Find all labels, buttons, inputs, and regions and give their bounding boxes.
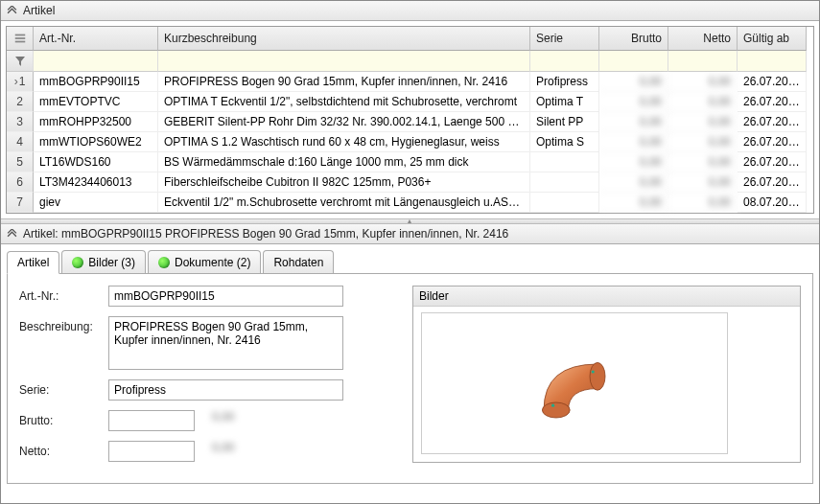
cell-serie: Silent PP: [530, 112, 599, 132]
filter-gueltig[interactable]: [738, 51, 807, 72]
table-row[interactable]: 5LT16WDS160BS Wärmedämmschale d:160 Läng…: [7, 152, 813, 172]
tab-artikel[interactable]: Artikel: [7, 251, 59, 274]
cell-gueltig: 26.07.2022: [738, 132, 807, 152]
status-dot-icon: [158, 257, 170, 268]
cell-brutto: 0,00: [599, 172, 668, 193]
svg-rect-2: [14, 41, 25, 43]
cell-artnr: mmROHPP32500: [34, 112, 158, 132]
product-image-icon: [498, 326, 651, 441]
tab-dokumente-label: Dokumente (2): [175, 256, 250, 269]
detail-title: Artikel: mmBOGPRP90II15 PROFIPRESS Bogen…: [23, 227, 508, 241]
svg-point-3: [542, 402, 570, 418]
panel-title: Artikel: [23, 4, 55, 17]
filter-kurz[interactable]: [158, 51, 530, 72]
label-artnr: Art.-Nr.:: [19, 286, 101, 303]
panel-header-artikel: Artikel: [1, 1, 819, 21]
cell-artnr: mmBOGPRP90II15: [34, 72, 158, 92]
cell-brutto: 0,00: [599, 112, 668, 132]
input-netto[interactable]: [108, 441, 195, 462]
tab-bilder[interactable]: Bilder (3): [61, 250, 146, 273]
grid-body: 1mmBOGPRP90II15PROFIPRESS Bogen 90 Grad …: [7, 72, 813, 213]
col-serie[interactable]: Serie: [530, 27, 599, 51]
table-row[interactable]: 4mmWTIOPS60WE2OPTIMA S 1.2 Waschtisch ru…: [7, 132, 813, 152]
filter-artnr[interactable]: [34, 51, 158, 72]
chevron-up-icon[interactable]: [7, 6, 17, 16]
cell-netto: 0,00: [668, 193, 738, 213]
svg-point-6: [592, 370, 595, 373]
table-row[interactable]: 7gievEckventil 1/2" m.Schubrosette verch…: [7, 193, 813, 213]
chevron-up-icon[interactable]: [7, 229, 17, 240]
table-row[interactable]: 1mmBOGPRP90II15PROFIPRESS Bogen 90 Grad …: [7, 72, 813, 92]
label-netto: Netto:: [19, 441, 101, 458]
value-netto-display: 0,00: [212, 441, 234, 454]
col-artnr[interactable]: Art.-Nr.: [34, 27, 158, 51]
row-number: 1: [7, 72, 34, 92]
cell-kurz: OPTIMA T Eckventil 1/2", selbstdichtend …: [158, 92, 530, 112]
status-dot-icon: [72, 257, 83, 268]
tab-rohdaten-label: Rohdaten: [273, 256, 323, 269]
input-brutto[interactable]: [108, 410, 195, 431]
label-serie: Serie:: [19, 379, 101, 397]
row-number: 4: [7, 132, 34, 152]
table-row[interactable]: 3mmROHPP32500GEBERIT Silent-PP Rohr Dim …: [7, 112, 813, 132]
input-artnr[interactable]: [108, 286, 343, 307]
tab-artikel-label: Artikel: [17, 256, 49, 269]
value-brutto-display: 0,00: [212, 410, 234, 424]
svg-point-4: [590, 362, 605, 390]
cell-gueltig: 26.07.2022: [738, 72, 807, 92]
detail-tabs: Artikel Bilder (3) Dokumente (2) Rohdate…: [7, 250, 813, 273]
filter-netto[interactable]: [668, 51, 738, 72]
cell-gueltig: 08.07.2022: [738, 193, 807, 213]
row-selector-header[interactable]: [7, 27, 34, 51]
cell-kurz: Eckventil 1/2" m.Schubrosette verchromt …: [158, 193, 530, 213]
cell-gueltig: 26.07.2022: [738, 112, 807, 132]
label-beschreibung: Beschreibung:: [19, 316, 101, 333]
col-gueltig[interactable]: Gültig ab: [738, 27, 807, 51]
filter-serie[interactable]: [530, 51, 599, 72]
tab-rohdaten[interactable]: Rohdaten: [263, 250, 334, 273]
cell-gueltig: 26.07.2022: [738, 92, 807, 112]
input-serie[interactable]: [108, 379, 343, 401]
tab-body-artikel: Art.-Nr.: Beschreibung: Serie: Brutto: 0…: [7, 273, 813, 484]
image-preview[interactable]: [421, 312, 728, 454]
cell-brutto: 0,00: [599, 72, 668, 92]
detail-images: Bilder: [412, 286, 801, 471]
cell-serie: [530, 172, 599, 193]
tab-bilder-label: Bilder (3): [88, 256, 135, 269]
cell-brutto: 0,00: [599, 132, 668, 152]
detail-form: Art.-Nr.: Beschreibung: Serie: Brutto: 0…: [19, 286, 384, 471]
table-row[interactable]: 2mmEVTOPTVCOPTIMA T Eckventil 1/2", selb…: [7, 92, 813, 112]
cell-netto: 0,00: [668, 72, 738, 92]
col-brutto[interactable]: Brutto: [599, 27, 668, 51]
cell-kurz: PROFIPRESS Bogen 90 Grad 15mm, Kupfer in…: [158, 72, 530, 92]
funnel-icon[interactable]: [7, 51, 34, 72]
article-grid: Art.-Nr. Kurzbeschreibung Serie Brutto N…: [6, 26, 814, 214]
cell-gueltig: 26.07.2022: [738, 152, 807, 172]
row-number: 2: [7, 92, 34, 112]
cell-artnr: mmEVTOPTVC: [34, 92, 158, 112]
filter-brutto[interactable]: [599, 51, 668, 72]
cell-kurz: BS Wärmedämmschale d:160 Länge 1000 mm, …: [158, 152, 530, 172]
col-netto[interactable]: Netto: [668, 27, 738, 51]
images-group-title: Bilder: [413, 286, 800, 307]
cell-brutto: 0,00: [599, 193, 668, 213]
cell-serie: Profipress: [530, 72, 599, 92]
cell-gueltig: 26.07.2022: [738, 172, 807, 193]
tab-dokumente[interactable]: Dokumente (2): [148, 250, 261, 273]
cell-kurz: GEBERIT Silent-PP Rohr Dim 32/32 Nr. 390…: [158, 112, 530, 132]
textarea-beschreibung[interactable]: [108, 316, 343, 370]
cell-netto: 0,00: [668, 132, 738, 152]
row-number: 7: [7, 193, 34, 213]
col-kurz[interactable]: Kurzbeschreibung: [158, 27, 530, 51]
table-row[interactable]: 6LT3M4234406013Fiberschleifscheibe Cubit…: [7, 172, 813, 193]
cell-netto: 0,00: [668, 152, 738, 172]
cell-serie: Optima S: [530, 132, 599, 152]
cell-netto: 0,00: [668, 92, 738, 112]
panel-header-detail: Artikel: mmBOGPRP90II15 PROFIPRESS Bogen…: [1, 224, 819, 244]
cell-brutto: 0,00: [599, 92, 668, 112]
cell-netto: 0,00: [668, 112, 738, 132]
svg-rect-0: [14, 34, 25, 36]
cell-serie: [530, 193, 599, 213]
row-number: 3: [7, 112, 34, 132]
cell-serie: Optima T: [530, 92, 599, 112]
